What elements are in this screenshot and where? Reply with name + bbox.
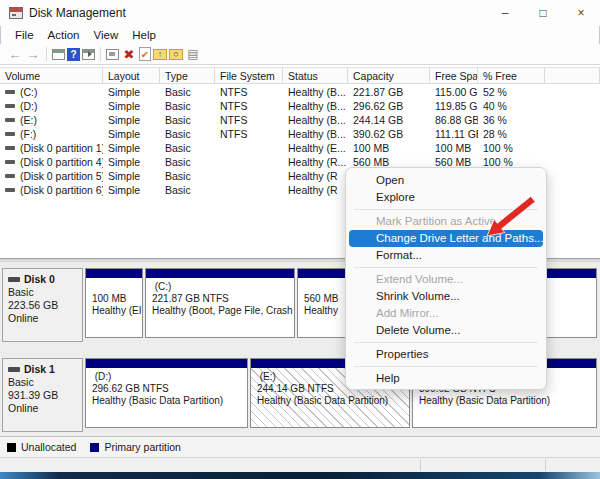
cell-status: Healthy (B... xyxy=(283,99,348,113)
up-folder-icon[interactable]: ↑ xyxy=(153,49,167,60)
cell-status: Healthy (B... xyxy=(283,113,348,127)
menu-item-extend-volume: Extend Volume... xyxy=(346,271,546,288)
menu-action[interactable]: Action xyxy=(41,28,87,42)
column-volume[interactable]: Volume xyxy=(0,68,103,83)
volume-icon xyxy=(5,188,15,192)
partition-box[interactable]: 100 MBHealthy (EI xyxy=(85,268,143,338)
column-type[interactable]: Type xyxy=(160,68,215,83)
menu-item-shrink-volume[interactable]: Shrink Volume... xyxy=(346,288,546,305)
partition-status: Healthy (EI xyxy=(92,305,140,317)
cell-file_system: NTFS xyxy=(215,85,283,99)
cell-volume: (E:) xyxy=(0,113,103,127)
disk-label-disk-1[interactable]: Disk 1Basic931.39 GBOnline xyxy=(2,358,83,432)
console-tree-icon[interactable] xyxy=(82,49,95,60)
volume-row[interactable]: (E:)SimpleBasicNTFSHealthy (B...244.14 G… xyxy=(0,113,600,127)
maximize-button[interactable]: □ xyxy=(524,0,562,26)
volume-icon xyxy=(5,104,15,108)
cell-free_space: 86.88 GB xyxy=(430,113,478,127)
disk-kind: Basic xyxy=(8,286,77,299)
disk-management-icon xyxy=(9,7,23,19)
disk-size: 223.56 GB xyxy=(8,299,77,312)
volume-icon xyxy=(5,146,15,150)
menu-separator xyxy=(354,366,538,367)
menu-separator xyxy=(354,209,538,210)
close-button[interactable]: × xyxy=(562,0,600,26)
legend-label: Primary partition xyxy=(104,441,180,453)
cell-pct_free: 52 % xyxy=(478,85,545,99)
partition-status: Healthy (Basic Data Partition) xyxy=(257,395,407,407)
find-folder-icon[interactable]: ○ xyxy=(169,49,183,60)
validate-icon[interactable]: ✔ xyxy=(139,47,151,61)
disk-icon xyxy=(8,367,20,372)
volume-row[interactable]: (F:)SimpleBasicNTFSHealthy (B...390.62 G… xyxy=(0,127,600,141)
disk-management-window: Disk Management –□× FileActionViewHelp ←… xyxy=(0,0,600,479)
cell-type: Basic xyxy=(160,169,215,183)
cell-volume: (Disk 0 partition 4) xyxy=(0,155,103,169)
column-file-system[interactable]: File System xyxy=(215,68,283,83)
volume-row[interactable]: (Disk 0 partition 1)SimpleBasicHealthy (… xyxy=(0,141,600,155)
fields-icon[interactable]: ▤ xyxy=(185,47,201,62)
cell-capacity: 100 MB xyxy=(348,141,430,155)
menu-help[interactable]: Help xyxy=(125,28,163,42)
menu-item-add-mirror: Add Mirror... xyxy=(346,305,546,322)
popup-icon[interactable] xyxy=(106,49,119,60)
menu-view[interactable]: View xyxy=(87,28,126,42)
cell-layout: Simple xyxy=(103,113,160,127)
toolbar: ←→?✖✔↑○▤ xyxy=(0,44,600,65)
cell-layout: Simple xyxy=(103,99,160,113)
cell-status: Healthy (B... xyxy=(283,85,348,99)
volume-icon xyxy=(5,174,15,178)
column-filler xyxy=(545,68,600,83)
status-bar xyxy=(0,457,600,472)
partition-title: (D:) xyxy=(92,371,245,383)
help-icon[interactable]: ? xyxy=(67,48,80,61)
disk-name: Disk 1 xyxy=(8,363,77,376)
menu-item-help[interactable]: Help xyxy=(346,370,546,387)
menu-file[interactable]: File xyxy=(8,28,41,42)
cell-pct_free: 100 % xyxy=(478,141,545,155)
delete-icon[interactable]: ✖ xyxy=(121,47,137,62)
cell-type: Basic xyxy=(160,141,215,155)
menu-item-open[interactable]: Open xyxy=(346,172,546,189)
partition-context-menu: OpenExploreMark Partition as ActiveChang… xyxy=(345,167,547,390)
toolbar-separator xyxy=(100,47,101,61)
partition-box[interactable]: (C:)221.87 GB NTFSHealthy (Boot, Page Fi… xyxy=(145,268,295,338)
menu-item-change-drive-letter-and-paths[interactable]: Change Drive Letter and Paths... xyxy=(349,230,543,247)
cell-status: Healthy (R xyxy=(283,169,348,183)
menu-item-delete-volume[interactable]: Delete Volume... xyxy=(346,322,546,339)
cell-layout: Simple xyxy=(103,183,160,197)
partition-size: 100 MB xyxy=(92,293,140,305)
partition-size: 221.87 GB NTFS xyxy=(152,293,292,305)
column-status[interactable]: Status xyxy=(283,68,348,83)
legend-swatch-primary-partition xyxy=(90,443,99,452)
desktop-edge-strip xyxy=(0,472,600,479)
minimize-button[interactable]: – xyxy=(486,0,524,26)
cell-status: Healthy (E... xyxy=(283,141,348,155)
cell-type: Basic xyxy=(160,155,215,169)
forward-icon[interactable]: → xyxy=(25,47,41,62)
cell-type: Basic xyxy=(160,127,215,141)
menu-item-format[interactable]: Format... xyxy=(346,247,546,264)
back-icon[interactable]: ← xyxy=(7,47,23,62)
volume-row[interactable]: (C:)SimpleBasicNTFSHealthy (B...221.87 G… xyxy=(0,85,600,99)
volume-icon xyxy=(5,118,15,122)
column-layout[interactable]: Layout xyxy=(103,68,160,83)
cell-type: Basic xyxy=(160,99,215,113)
column-free[interactable]: % Free xyxy=(478,68,545,83)
cell-free_space: 111.11 GB xyxy=(430,127,478,141)
legend-swatch-unallocated xyxy=(7,443,16,452)
menu-item-properties[interactable]: Properties xyxy=(346,346,546,363)
partition-box[interactable]: (D:)296.62 GB NTFSHealthy (Basic Data Pa… xyxy=(85,358,248,428)
cell-status: Healthy (R xyxy=(283,183,348,197)
partition-status: Healthy (Basic Data Partition) xyxy=(419,395,594,407)
column-free-spa[interactable]: Free Spa... xyxy=(430,68,478,83)
console-window-icon[interactable] xyxy=(52,49,65,60)
menu-item-explore[interactable]: Explore xyxy=(346,189,546,206)
cell-layout: Simple xyxy=(103,155,160,169)
column-capacity[interactable]: Capacity xyxy=(348,68,430,83)
partition-text: (C:)221.87 GB NTFSHealthy (Boot, Page Fi… xyxy=(152,281,292,317)
cell-pct_free: 40 % xyxy=(478,99,545,113)
disk-kind: Basic xyxy=(8,376,77,389)
disk-label-disk-0[interactable]: Disk 0Basic223.56 GBOnline xyxy=(2,268,83,342)
volume-row[interactable]: (D:)SimpleBasicNTFSHealthy (B...296.62 G… xyxy=(0,99,600,113)
